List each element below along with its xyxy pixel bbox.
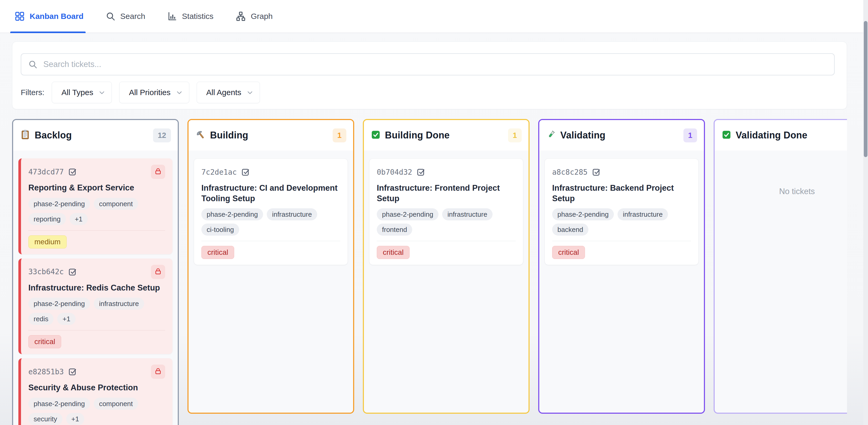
bar-chart-icon [167, 11, 177, 21]
no-tickets-text: No tickets [720, 187, 847, 196]
checkbox-icon [241, 168, 250, 177]
ticket-id: a8c8c285 [552, 168, 588, 177]
column-header: Validating Done [715, 120, 847, 151]
tab-search[interactable]: Search [105, 0, 145, 33]
checkbox-icon [592, 168, 601, 177]
ticket-tags: phase-2-pendingcomponentsecurity+1 [28, 398, 165, 425]
tab-kanban-board[interactable]: Kanban Board [14, 0, 84, 33]
priority-badge: critical [552, 246, 585, 259]
ticket-card[interactable]: a8c8c285Infrastructure: Backend Project … [545, 158, 699, 265]
ticket-card[interactable]: 0b704d32Infrastructure: Frontend Project… [369, 158, 523, 265]
chevron-down-icon [246, 89, 254, 98]
tag-pill: phase-2-pending [377, 208, 438, 220]
search-wrap [21, 53, 835, 75]
column-title: Building [210, 130, 248, 141]
filters-label: Filters: [21, 88, 44, 97]
hierarchy-icon [236, 11, 246, 22]
tag-pill: backend [552, 223, 588, 236]
clipboard-icon [20, 129, 30, 141]
ticket-card-top: 0b704d32 [377, 165, 516, 179]
ticket-id: 7c2de1ac [202, 168, 237, 177]
board-clip: Backlog12473dcd77Reporting & Export Serv… [12, 119, 847, 425]
checkbox-icon [416, 168, 425, 177]
tag-pill: frontend [377, 223, 412, 236]
vertical-scrollbar-track[interactable] [863, 0, 868, 425]
tag-pill: security [28, 413, 62, 425]
column-body: 0b704d32Infrastructure: Frontend Project… [364, 151, 529, 413]
column-header: Validating1 [539, 120, 704, 151]
tag-pill: phase-2-pending [28, 298, 90, 310]
dropdown-value: All Priorities [129, 88, 170, 97]
tag-pill: +1 [66, 413, 85, 425]
priority-filter-dropdown[interactable]: All Priorities [119, 82, 189, 103]
card-divider [28, 230, 165, 231]
kanban-column-building: Building17c2de1acInfrastructure: CI and … [187, 119, 354, 414]
ticket-id: 0b704d32 [377, 168, 412, 177]
checkbox-icon [68, 267, 77, 276]
priority-badge: critical [377, 246, 410, 259]
chevron-down-icon [175, 89, 183, 98]
kanban-board: Backlog12473dcd77Reporting & Export Serv… [12, 119, 847, 425]
tag-pill: redis [28, 313, 54, 325]
tag-pill: phase-2-pending [202, 208, 263, 220]
tab-label: Kanban Board [30, 12, 84, 21]
tab-statistics[interactable]: Statistics [167, 0, 213, 33]
tag-pill: +1 [57, 313, 75, 325]
test-tube-icon [546, 130, 556, 141]
column-body: No tickets [715, 151, 847, 413]
filters-row: Filters: All Types All Priorities All Ag… [21, 82, 835, 103]
agent-filter-dropdown[interactable]: All Agents [197, 82, 260, 103]
kanban-column-validating: Validating1a8c8c285Infrastructure: Backe… [538, 119, 705, 414]
column-count-badge: 1 [508, 128, 522, 142]
tag-pill: infrastructure [267, 208, 317, 220]
tag-pill: ci-tooling [202, 223, 239, 236]
search-icon [105, 11, 116, 21]
ticket-card[interactable]: 33cb642cInfrastructure: Redis Cache Setu… [19, 259, 173, 354]
tab-graph[interactable]: Graph [236, 0, 273, 33]
search-input[interactable] [21, 53, 835, 75]
column-header: Building Done1 [364, 120, 529, 151]
lock-chip [151, 265, 165, 279]
tag-pill: component [94, 398, 138, 410]
filter-panel: Filters: All Types All Priorities All Ag… [12, 41, 847, 109]
ticket-card[interactable]: e82851b3Security & Abuse Protectionphase… [19, 358, 173, 425]
lock-chip [151, 365, 165, 379]
ticket-card[interactable]: 473dcd77Reporting & Export Servicephase-… [19, 158, 173, 254]
kanban-column-building-done: Building Done10b704d32Infrastructure: Fr… [363, 119, 530, 414]
ticket-title: Infrastructure: Redis Cache Setup [28, 283, 165, 293]
priority-badge: critical [202, 246, 234, 259]
ticket-id: 473dcd77 [28, 168, 64, 176]
ticket-card-top: a8c8c285 [552, 165, 691, 179]
priority-badge: medium [28, 235, 67, 248]
type-filter-dropdown[interactable]: All Types [52, 82, 112, 103]
tag-pill: reporting [28, 213, 66, 225]
tag-pill: phase-2-pending [28, 198, 90, 210]
hammer-icon [195, 129, 206, 141]
tag-pill: component [94, 198, 138, 210]
dropdown-value: All Agents [206, 88, 241, 97]
kanban-column-backlog: Backlog12473dcd77Reporting & Export Serv… [12, 119, 179, 425]
lock-icon [154, 167, 162, 176]
dropdown-value: All Types [61, 88, 93, 97]
column-title: Validating [560, 130, 606, 141]
ticket-card[interactable]: 7c2de1acInfrastructure: CI and Developme… [194, 158, 348, 265]
ticket-id: 33cb642c [28, 267, 64, 276]
vertical-scrollbar-thumb[interactable] [864, 21, 867, 157]
ticket-card-top: 33cb642c [28, 265, 165, 279]
column-title: Validating Done [736, 130, 807, 141]
column-body: 7c2de1acInfrastructure: CI and Developme… [188, 151, 353, 413]
chevron-down-icon [98, 89, 106, 98]
kanban-column-validating-done: Validating DoneNo tickets [714, 119, 847, 414]
ticket-title: Security & Abuse Protection [28, 383, 165, 393]
tag-pill: phase-2-pending [552, 208, 614, 220]
column-body: 473dcd77Reporting & Export Servicephase-… [13, 151, 178, 425]
tab-label: Statistics [182, 12, 213, 21]
ticket-card-top: 473dcd77 [28, 165, 165, 179]
column-header: Building1 [188, 120, 353, 151]
tag-pill: +1 [69, 213, 88, 225]
tab-label: Graph [251, 12, 273, 21]
tag-pill: infrastructure [94, 298, 144, 310]
top-navigation: Kanban Board Search Statistics Graph [0, 0, 868, 33]
ticket-tags: phase-2-pendinginfrastructureredis+1 [28, 298, 165, 325]
check-green-icon [721, 130, 732, 141]
